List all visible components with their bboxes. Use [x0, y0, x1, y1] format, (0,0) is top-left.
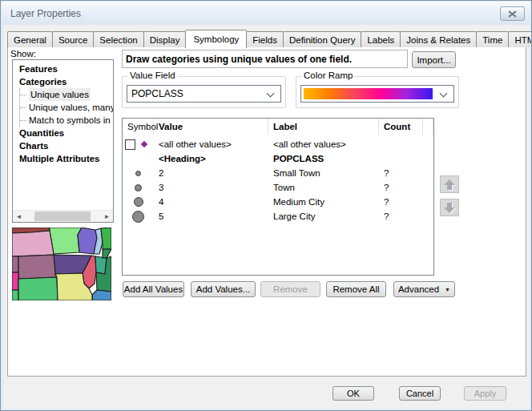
value-field-dropdown[interactable]: POPCLASS [127, 85, 281, 103]
arrow-down-icon [444, 203, 455, 213]
move-down-button[interactable] [440, 199, 459, 216]
scrollbar-track[interactable] [25, 211, 101, 222]
tab-html-popup[interactable]: HTML Popup [508, 31, 532, 47]
color-ramp-gradient [304, 88, 433, 99]
value-field-value: POPCLASS [127, 88, 183, 99]
dropdown-arrow-icon: ▼ [445, 287, 450, 292]
color-ramp-group: Color Ramp [296, 76, 459, 108]
header-symbol: Symbol [123, 119, 154, 135]
header-count: Count [379, 119, 423, 135]
cancel-button[interactable]: Cancel [399, 386, 441, 401]
header-value: Value [154, 119, 268, 135]
tree-item-charts[interactable]: Charts [13, 139, 113, 152]
graduated-dot-icon [134, 197, 143, 207]
symbol-cell [123, 209, 154, 224]
add-values-button[interactable]: Add Values... [191, 281, 256, 297]
ok-button[interactable]: OK [332, 386, 374, 401]
tab-display[interactable]: Display [143, 31, 187, 47]
symbol-cell [123, 195, 154, 209]
header-label: Label [268, 119, 379, 135]
symbol-cell [123, 151, 154, 166]
arrow-up-icon [444, 179, 455, 190]
tab-fields[interactable]: Fields [246, 31, 284, 47]
tab-definition-query[interactable]: Definition Query [283, 31, 361, 47]
tab-selection[interactable]: Selection [93, 31, 143, 47]
import-button[interactable]: Import... [412, 51, 456, 68]
add-all-values-button[interactable]: Add All Values [123, 281, 184, 297]
layer-properties-dialog: Layer Properties General Source Selectio… [0, 0, 532, 411]
diamond-symbol-icon [141, 141, 147, 147]
symbol-cell [123, 137, 154, 151]
instruction-text: Draw categories using unique values of o… [122, 50, 408, 68]
tab-source[interactable]: Source [52, 31, 94, 47]
tree-item-categories[interactable]: Categories [13, 75, 113, 88]
map-preview-thumbnail [12, 228, 111, 300]
tab-labels[interactable]: Labels [361, 31, 401, 47]
tree-item-unique-values-many[interactable]: Unique values, many [20, 101, 113, 114]
value-field-group: Value Field POPCLASS [122, 76, 286, 108]
graduated-dot-icon [132, 211, 144, 223]
tree-item-unique-values[interactable]: Unique values [20, 88, 113, 101]
close-icon [508, 10, 517, 18]
scroll-right-icon[interactable]: ► [101, 211, 113, 222]
apply-button: Apply [464, 386, 506, 401]
header-spacer [423, 119, 433, 135]
value-field-label: Value Field [127, 71, 178, 80]
tree-item-quantities[interactable]: Quantities [13, 127, 113, 139]
graduated-dot-icon [135, 171, 141, 176]
remove-button: Remove [260, 281, 320, 297]
tab-general[interactable]: General [7, 31, 53, 47]
table-row[interactable]: 5 Large City ? [123, 209, 433, 224]
table-row[interactable]: 4 Medium City ? [123, 195, 433, 209]
unique-values-list: Symbol Value Label Count <all other valu… [122, 118, 434, 276]
table-row[interactable]: 2 Small Town ? [123, 166, 433, 180]
tree-horizontal-scrollbar[interactable]: ◄ ► [13, 210, 113, 222]
tab-strip: General Source Selection Display Symbolo… [7, 29, 532, 47]
close-button[interactable] [500, 6, 525, 21]
all-other-values-checkbox[interactable] [125, 139, 135, 150]
tab-joins-relates[interactable]: Joins & Relates [400, 31, 477, 47]
list-header: Symbol Value Label Count [123, 119, 433, 135]
table-row[interactable]: <Heading> POPCLASS [123, 151, 433, 166]
color-ramp-label: Color Ramp [301, 71, 355, 80]
table-row[interactable]: 3 Town ? [123, 180, 433, 195]
chevron-down-icon [440, 90, 448, 98]
tree-item-multiple-attributes[interactable]: Multiple Attributes [13, 152, 113, 165]
tree-item-match-symbols[interactable]: Match to symbols in a [20, 114, 113, 127]
tree-categories-children: Unique values Unique values, many Match … [19, 88, 113, 127]
table-row[interactable]: <all other values> <all other values> [123, 137, 433, 151]
window-title: Layer Properties [10, 8, 81, 19]
chevron-down-icon [267, 90, 275, 98]
graduated-dot-icon [135, 184, 142, 191]
remove-all-button[interactable]: Remove All [326, 281, 386, 297]
symbol-cell [123, 166, 154, 180]
tab-time[interactable]: Time [476, 31, 509, 47]
tree-item-features[interactable]: Features [13, 62, 113, 75]
tab-symbology[interactable]: Symbology [185, 30, 247, 48]
scrollbar-thumb[interactable] [34, 212, 91, 221]
color-ramp-dropdown[interactable] [300, 85, 454, 103]
title-bar: Layer Properties [2, 2, 530, 25]
symbol-cell [123, 180, 154, 195]
scroll-left-icon[interactable]: ◄ [13, 211, 25, 222]
show-tree: Features Categories Unique values Unique… [12, 59, 114, 223]
advanced-button[interactable]: Advanced ▼ [393, 281, 455, 297]
move-up-button[interactable] [440, 175, 459, 193]
show-label: Show: [10, 49, 36, 58]
